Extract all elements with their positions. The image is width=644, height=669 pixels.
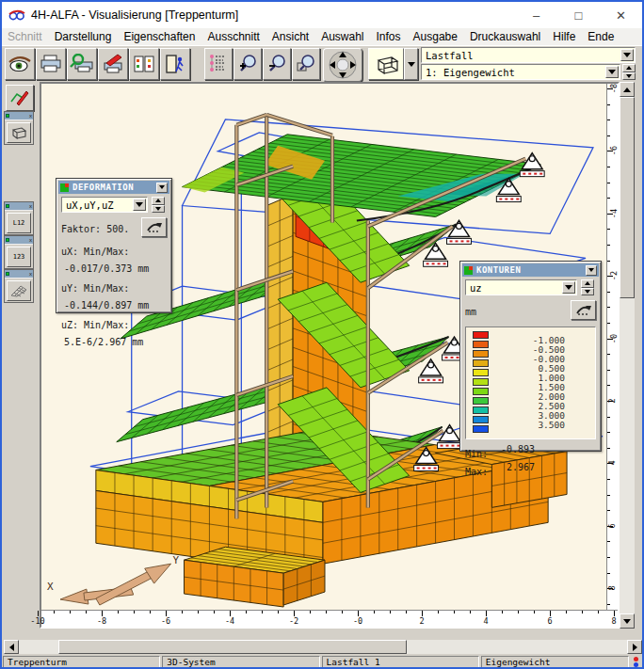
panel-close-icon[interactable]: x	[29, 113, 32, 119]
exit-button[interactable]	[160, 48, 190, 80]
scroll-down-button[interactable]	[620, 613, 635, 629]
deformation-apply-button[interactable]	[141, 217, 167, 237]
tree-list-button[interactable]	[204, 48, 233, 80]
print-edit-button[interactable]	[98, 48, 128, 80]
print-preview-button[interactable]	[67, 48, 97, 80]
ux-value: -0.017/0.373 mm	[61, 263, 149, 274]
konturen-combo[interactable]: uz	[465, 279, 577, 295]
konturen-panel[interactable]: KONTUREN uz mm	[459, 261, 602, 452]
horizontal-ruler: -10-8-6-4-2-02468	[41, 610, 618, 627]
loadcase-spinner[interactable]	[622, 64, 636, 80]
maximize-button[interactable]: □	[557, 2, 600, 28]
zoom-window-button[interactable]	[292, 48, 320, 80]
ruler-tick	[607, 479, 610, 480]
deformation-spin-up[interactable]	[152, 197, 165, 205]
ruler-tick	[534, 611, 535, 613]
konturen-spin-down[interactable]	[581, 288, 594, 296]
close-button[interactable]: ✕	[600, 2, 642, 28]
numbers-123-icon[interactable]: 123	[7, 247, 31, 267]
zoom-out-button[interactable]	[263, 48, 291, 80]
factor-label: Faktor: 500.	[61, 224, 129, 234]
loadcase-combo[interactable]: 1: Eigengewicht	[421, 64, 620, 80]
legend-value-column: -1.000-0.500-0.0000.5001.0001.5002.0002.…	[496, 331, 591, 437]
viewport-canvas[interactable]: XY DEFORMATION uX,uY,uZ	[41, 84, 606, 610]
mini-panel-axes[interactable]: x L12	[4, 201, 34, 235]
menu-ansicht[interactable]: Ansicht	[272, 30, 309, 43]
view-button[interactable]	[5, 48, 35, 80]
scroll-up-button[interactable]	[620, 82, 635, 97]
mini-panel-mesh[interactable]: x	[4, 269, 34, 303]
ruler-tick	[134, 611, 135, 613]
minimize-button[interactable]: –	[515, 2, 557, 28]
mesh-ramp-icon[interactable]	[7, 280, 31, 301]
ruler-label: -8	[609, 84, 619, 93]
ruler-tick	[262, 611, 263, 613]
pan-pad-button[interactable]	[323, 48, 362, 82]
konturen-collapse-button[interactable]	[586, 265, 597, 276]
mini-panel-numbers[interactable]: x 123	[4, 235, 34, 269]
scroll-right-button[interactable]	[627, 640, 642, 654]
print-edit-icon	[101, 54, 125, 74]
deformation-collapse-button[interactable]	[156, 183, 168, 193]
ruler-tick	[607, 119, 610, 120]
loadcase-combo-arrow[interactable]	[605, 66, 619, 78]
vscroll-thumb[interactable]	[620, 97, 635, 298]
menu-ende[interactable]: Ende	[588, 30, 614, 43]
menu-hilfe[interactable]: Hilfe	[553, 30, 575, 43]
horizontal-scrollbar[interactable]	[4, 640, 642, 654]
ruler-tick	[278, 611, 279, 613]
box-3d-icon[interactable]	[7, 122, 31, 143]
menu-eigenschaften[interactable]: Eigenschaften	[123, 30, 195, 43]
view-cube-button[interactable]	[368, 48, 404, 80]
menu-schnitt: Schnitt	[8, 30, 42, 43]
lastfall-combo-arrow[interactable]	[620, 49, 634, 61]
menu-druckauswahl[interactable]: Druckauswahl	[470, 30, 540, 43]
legend-swatch	[473, 388, 489, 395]
deformation-combo[interactable]: uX,uY,uZ	[61, 197, 148, 213]
ruler-tick	[406, 611, 407, 613]
konturen-titlebar[interactable]: KONTUREN	[462, 263, 599, 277]
panel-close-icon[interactable]: x	[29, 271, 32, 277]
ruler-tick	[310, 611, 311, 613]
view-cube-dropdown[interactable]	[404, 48, 418, 80]
hscroll-thumb[interactable]	[58, 640, 407, 654]
mini-panel-box3d[interactable]: x	[4, 111, 34, 145]
ruler-tick	[438, 611, 439, 613]
edit-view-button[interactable]	[6, 85, 34, 111]
vertical-scrollbar[interactable]	[620, 82, 635, 629]
print-button[interactable]	[36, 48, 66, 80]
deformation-spin-down[interactable]	[152, 205, 165, 214]
panel-close-icon[interactable]: x	[29, 237, 32, 243]
konturen-combo-arrow[interactable]	[562, 281, 575, 294]
konturen-spin-up[interactable]	[581, 279, 594, 288]
menu-auswahl[interactable]: Auswahl	[321, 30, 363, 43]
book-icon	[133, 55, 155, 73]
panel-close-icon[interactable]: x	[29, 203, 32, 209]
menu-darstellung[interactable]: Darstellung	[55, 30, 112, 43]
deformation-titlebar[interactable]: DEFORMATION	[58, 181, 169, 194]
legend-swatch	[473, 416, 489, 423]
menu-bar: SchnittDarstellungEigenschaftenAusschnit…	[2, 28, 642, 45]
konturen-apply-button[interactable]	[571, 300, 596, 320]
ruler-tick	[607, 307, 610, 308]
lastfall-combo[interactable]: Lastfall	[421, 47, 636, 63]
loadcase-spin-down[interactable]	[622, 72, 636, 81]
deformation-spinner[interactable]	[152, 197, 165, 213]
ruler-tick	[150, 611, 151, 613]
ruler-tick	[607, 432, 610, 433]
konturen-spinner[interactable]	[581, 279, 594, 295]
menu-ausschnitt[interactable]: Ausschnitt	[207, 30, 259, 43]
zoom-out-icon	[266, 54, 287, 74]
loadcase-spin-up[interactable]	[622, 64, 636, 72]
ruler-label: -10	[30, 616, 44, 626]
deformation-combo-arrow[interactable]	[133, 199, 146, 211]
zoom-in-button[interactable]	[233, 48, 262, 80]
manual-button[interactable]	[129, 48, 159, 80]
menu-infos[interactable]: Infos	[377, 30, 401, 43]
menu-ausgabe[interactable]: Ausgabe	[413, 30, 458, 43]
status-indicator-icon	[631, 656, 640, 668]
scroll-left-button[interactable]	[4, 640, 19, 654]
deformation-panel[interactable]: DEFORMATION uX,uY,uZ Faktor: 500.	[56, 178, 172, 313]
ruler-tick	[502, 611, 503, 613]
axis-l12-icon[interactable]: L12	[7, 213, 31, 233]
